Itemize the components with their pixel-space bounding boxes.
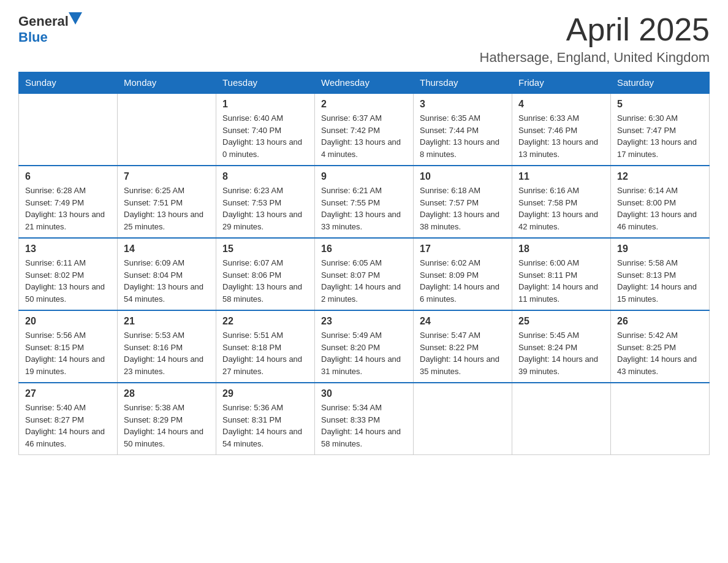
day-info: Sunrise: 5:34 AMSunset: 8:33 PMDaylight:… [321, 402, 407, 450]
calendar-cell: 16Sunrise: 6:05 AMSunset: 8:07 PMDayligh… [315, 238, 414, 310]
day-number: 28 [124, 388, 210, 399]
day-number: 16 [321, 243, 407, 255]
calendar-table: Sunday Monday Tuesday Wednesday Thursday… [18, 72, 710, 455]
calendar-cell: 10Sunrise: 6:18 AMSunset: 7:57 PMDayligh… [414, 166, 512, 238]
calendar-week-row: 13Sunrise: 6:11 AMSunset: 8:02 PMDayligh… [19, 238, 710, 310]
calendar-cell: 13Sunrise: 6:11 AMSunset: 8:02 PMDayligh… [19, 238, 118, 310]
header-wednesday: Wednesday [315, 72, 414, 94]
day-number: 8 [222, 171, 308, 182]
calendar-cell: 15Sunrise: 6:07 AMSunset: 8:06 PMDayligh… [216, 238, 315, 310]
calendar-week-row: 20Sunrise: 5:56 AMSunset: 8:15 PMDayligh… [19, 310, 710, 383]
calendar-cell: 29Sunrise: 5:36 AMSunset: 8:31 PMDayligh… [216, 383, 315, 455]
day-info: Sunrise: 5:40 AMSunset: 8:27 PMDaylight:… [25, 402, 111, 450]
day-info: Sunrise: 6:21 AMSunset: 7:55 PMDaylight:… [321, 185, 407, 232]
day-number: 14 [124, 243, 210, 255]
day-number: 15 [222, 243, 308, 255]
day-number: 26 [617, 316, 703, 327]
day-number: 29 [222, 388, 308, 399]
calendar-cell: 3Sunrise: 6:35 AMSunset: 7:44 PMDaylight… [414, 93, 512, 166]
day-info: Sunrise: 5:36 AMSunset: 8:31 PMDaylight:… [222, 402, 308, 450]
day-info: Sunrise: 6:05 AMSunset: 8:07 PMDaylight:… [321, 257, 407, 305]
day-number: 25 [518, 316, 604, 327]
day-number: 19 [617, 243, 703, 255]
day-info: Sunrise: 6:33 AMSunset: 7:46 PMDaylight:… [518, 112, 604, 160]
day-info: Sunrise: 6:11 AMSunset: 8:02 PMDaylight:… [25, 257, 111, 305]
day-info: Sunrise: 6:40 AMSunset: 7:40 PMDaylight:… [222, 112, 308, 160]
day-number: 5 [617, 99, 703, 110]
calendar-cell: 17Sunrise: 6:02 AMSunset: 8:09 PMDayligh… [414, 238, 512, 310]
calendar-cell [611, 383, 710, 455]
day-info: Sunrise: 5:47 AMSunset: 8:22 PMDaylight:… [420, 329, 506, 377]
header-tuesday: Tuesday [216, 72, 315, 94]
day-info: Sunrise: 6:18 AMSunset: 7:57 PMDaylight:… [420, 185, 506, 232]
day-number: 30 [321, 388, 407, 399]
location-subtitle: Hathersage, England, United Kingdom [480, 50, 710, 66]
day-number: 6 [25, 171, 111, 182]
day-info: Sunrise: 6:28 AMSunset: 7:49 PMDaylight:… [25, 185, 111, 232]
calendar-header-row: Sunday Monday Tuesday Wednesday Thursday… [19, 72, 710, 94]
day-info: Sunrise: 6:14 AMSunset: 8:00 PMDaylight:… [617, 185, 703, 232]
day-number: 27 [25, 388, 111, 399]
calendar-cell: 6Sunrise: 6:28 AMSunset: 7:49 PMDaylight… [19, 166, 118, 238]
day-info: Sunrise: 6:16 AMSunset: 7:58 PMDaylight:… [518, 185, 604, 232]
calendar-cell: 8Sunrise: 6:23 AMSunset: 7:53 PMDaylight… [216, 166, 315, 238]
calendar-week-row: 6Sunrise: 6:28 AMSunset: 7:49 PMDaylight… [19, 166, 710, 238]
day-info: Sunrise: 5:38 AMSunset: 8:29 PMDaylight:… [124, 402, 210, 450]
day-info: Sunrise: 5:45 AMSunset: 8:24 PMDaylight:… [518, 329, 604, 377]
day-number: 4 [518, 99, 604, 110]
page-header: General Blue April 2025 Hathersage, Engl… [18, 12, 710, 66]
header-monday: Monday [118, 72, 216, 94]
day-info: Sunrise: 6:09 AMSunset: 8:04 PMDaylight:… [124, 257, 210, 305]
day-number: 1 [222, 99, 308, 110]
day-number: 23 [321, 316, 407, 327]
calendar-cell [414, 383, 512, 455]
day-info: Sunrise: 5:53 AMSunset: 8:16 PMDaylight:… [124, 329, 210, 377]
calendar-cell: 19Sunrise: 5:58 AMSunset: 8:13 PMDayligh… [611, 238, 710, 310]
day-info: Sunrise: 5:49 AMSunset: 8:20 PMDaylight:… [321, 329, 407, 377]
calendar-cell: 28Sunrise: 5:38 AMSunset: 8:29 PMDayligh… [118, 383, 216, 455]
calendar-cell: 11Sunrise: 6:16 AMSunset: 7:58 PMDayligh… [512, 166, 611, 238]
day-number: 9 [321, 171, 407, 182]
calendar-cell [118, 93, 216, 166]
day-number: 2 [321, 99, 407, 110]
svg-marker-0 [69, 12, 82, 25]
header-thursday: Thursday [414, 72, 512, 94]
day-info: Sunrise: 6:37 AMSunset: 7:42 PMDaylight:… [321, 112, 407, 160]
calendar-cell: 26Sunrise: 5:42 AMSunset: 8:25 PMDayligh… [611, 310, 710, 383]
header-sunday: Sunday [19, 72, 118, 94]
calendar-cell: 22Sunrise: 5:51 AMSunset: 8:18 PMDayligh… [216, 310, 315, 383]
calendar-cell: 27Sunrise: 5:40 AMSunset: 8:27 PMDayligh… [19, 383, 118, 455]
calendar-cell: 30Sunrise: 5:34 AMSunset: 8:33 PMDayligh… [315, 383, 414, 455]
day-info: Sunrise: 5:56 AMSunset: 8:15 PMDaylight:… [25, 329, 111, 377]
calendar-cell: 21Sunrise: 5:53 AMSunset: 8:16 PMDayligh… [118, 310, 216, 383]
day-number: 11 [518, 171, 604, 182]
calendar-cell: 12Sunrise: 6:14 AMSunset: 8:00 PMDayligh… [611, 166, 710, 238]
day-info: Sunrise: 6:25 AMSunset: 7:51 PMDaylight:… [124, 185, 210, 232]
calendar-cell: 24Sunrise: 5:47 AMSunset: 8:22 PMDayligh… [414, 310, 512, 383]
day-info: Sunrise: 5:58 AMSunset: 8:13 PMDaylight:… [617, 257, 703, 305]
calendar-cell: 5Sunrise: 6:30 AMSunset: 7:47 PMDaylight… [611, 93, 710, 166]
day-number: 22 [222, 316, 308, 327]
calendar-cell: 18Sunrise: 6:00 AMSunset: 8:11 PMDayligh… [512, 238, 611, 310]
calendar-cell [512, 383, 611, 455]
day-number: 20 [25, 316, 111, 327]
day-number: 24 [420, 316, 506, 327]
day-number: 10 [420, 171, 506, 182]
calendar-cell: 23Sunrise: 5:49 AMSunset: 8:20 PMDayligh… [315, 310, 414, 383]
calendar-week-row: 1Sunrise: 6:40 AMSunset: 7:40 PMDaylight… [19, 93, 710, 166]
header-saturday: Saturday [611, 72, 710, 94]
calendar-week-row: 27Sunrise: 5:40 AMSunset: 8:27 PMDayligh… [19, 383, 710, 455]
day-info: Sunrise: 5:42 AMSunset: 8:25 PMDaylight:… [617, 329, 703, 377]
day-info: Sunrise: 6:30 AMSunset: 7:47 PMDaylight:… [617, 112, 703, 160]
calendar-cell: 14Sunrise: 6:09 AMSunset: 8:04 PMDayligh… [118, 238, 216, 310]
month-title: April 2025 [480, 12, 710, 47]
day-number: 13 [25, 243, 111, 255]
day-info: Sunrise: 6:23 AMSunset: 7:53 PMDaylight:… [222, 185, 308, 232]
calendar-cell: 7Sunrise: 6:25 AMSunset: 7:51 PMDaylight… [118, 166, 216, 238]
calendar-cell: 1Sunrise: 6:40 AMSunset: 7:40 PMDaylight… [216, 93, 315, 166]
header-friday: Friday [512, 72, 611, 94]
day-number: 18 [518, 243, 604, 255]
day-number: 17 [420, 243, 506, 255]
calendar-cell: 25Sunrise: 5:45 AMSunset: 8:24 PMDayligh… [512, 310, 611, 383]
logo-text: General Blue [18, 12, 82, 45]
